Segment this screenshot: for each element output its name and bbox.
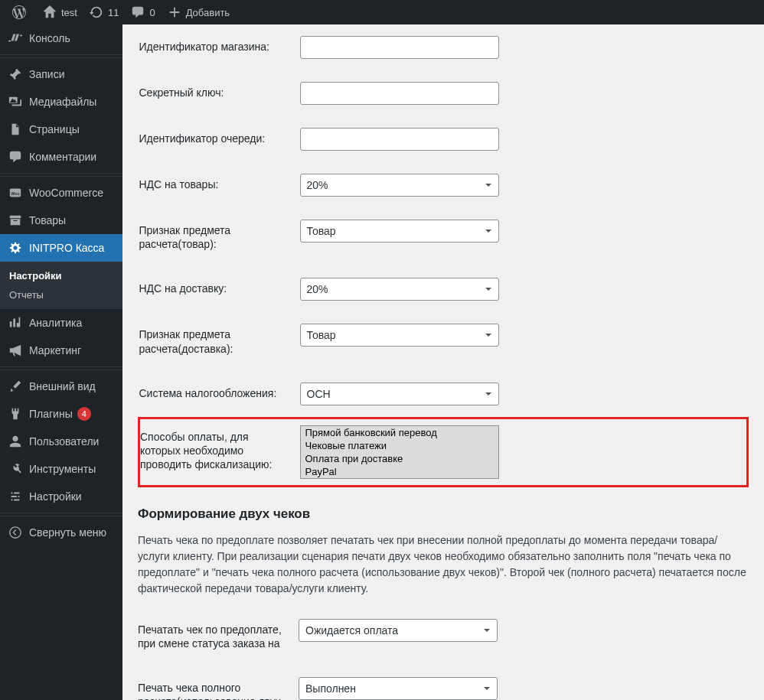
row-full-status: Печать чека полного расчета(использовани… [138,666,749,700]
sidebar-item-pages[interactable]: Страницы [0,116,122,143]
svg-text:Woo: Woo [11,191,20,196]
sidebar-item-label: Пользователи [29,435,99,448]
sliders-icon [8,489,23,504]
sidebar-item-label: Свернуть меню [29,526,106,539]
dashboard-icon [8,31,23,46]
woocommerce-icon: Woo [8,185,23,200]
sidebar-item-label: WooCommerce [29,187,103,199]
sidebar-item-label: Плагины [29,408,73,420]
adminbar-site-label: test [61,7,77,18]
full-status-select[interactable]: Выполнен [299,677,498,700]
two-checks-form-table: Печатать чек по предоплате, при смене ст… [138,607,749,700]
collapse-icon [8,525,23,540]
page-icon [8,122,23,137]
sidebar-item-collapse[interactable]: Свернуть меню [0,519,122,546]
row-queue-id: Идентификатор очереди: [139,116,748,162]
subject-delivery-select[interactable]: Товар [300,324,499,347]
sidebar-item-woocommerce[interactable]: Woo WooCommerce [0,179,122,207]
shop-id-input[interactable] [300,36,499,59]
row-vat-goods: НДС на товары: 20% [139,162,748,208]
subject-delivery-label: Признак предмета расчета(доставка): [139,312,292,370]
pin-icon [8,67,23,82]
settings-form-table: Идентификатор магазина: Секретный ключ: … [138,24,749,487]
sidebar-item-label: Страницы [29,123,80,135]
sidebar-item-analytics[interactable]: Аналитика [0,309,122,337]
sidebar-item-products[interactable]: Товары [0,207,122,234]
sidebar-item-dashboard[interactable]: Консоль [0,24,122,52]
adminbar-wp-logo[interactable] [6,0,37,24]
comment-icon [131,5,145,19]
archive-icon [8,213,23,228]
sidebar-item-settings[interactable]: Настройки [0,483,122,510]
svg-point-2 [10,527,21,538]
admin-bar: test 11 0 Добавить [0,0,764,24]
prepay-status-select[interactable]: Ожидается оплата [299,619,498,642]
vat-goods-select[interactable]: 20% [300,174,499,197]
sidebar-item-initpro-kassa[interactable]: INITPRO Касса [0,234,122,262]
subject-goods-label: Признак предмета расчета(товар): [139,208,292,266]
adminbar-comments-count: 0 [149,7,155,18]
adminbar-comments[interactable]: 0 [125,0,161,24]
vat-goods-label: НДС на товары: [139,162,292,208]
two-checks-heading: Формирование двух чеков [138,506,749,522]
queue-id-input[interactable] [300,128,499,151]
sidebar-item-label: Аналитика [29,317,82,329]
vat-delivery-label: НДС на доставку: [139,266,292,312]
sidebar-submenu-initpro: Настройки Отчеты [0,262,122,309]
payment-method-option[interactable]: Прямой банковский перевод [301,426,498,439]
gear-icon [8,240,23,256]
media-icon [8,94,23,109]
row-payment-methods: Способы оплаты, для которых необходимо п… [139,418,748,486]
two-checks-description: Печать чека по предоплате позволяет печа… [138,532,749,597]
tax-system-label: Система налогообложения: [139,371,292,418]
sidebar-item-label: INITPRO Касса [29,242,104,254]
row-prepay-status: Печатать чек по предоплате, при смене ст… [138,607,749,666]
adminbar-updates[interactable]: 11 [83,0,125,24]
main-content: Идентификатор магазина: Секретный ключ: … [122,24,764,700]
sidebar-item-posts[interactable]: Записи [0,60,122,88]
refresh-icon [90,5,103,19]
brush-icon [8,379,23,394]
sidebar-subitem-settings[interactable]: Настройки [0,266,122,285]
adminbar-site-name[interactable]: test [37,0,83,24]
sidebar-item-label: Маркетинг [29,344,81,357]
adminbar-add-new-label: Добавить [186,7,230,18]
sidebar-item-appearance[interactable]: Внешний вид [0,373,122,400]
adminbar-add-new[interactable]: Добавить [162,0,236,24]
payment-method-option[interactable]: Оплата при доставке [301,452,498,465]
row-vat-delivery: НДС на доставку: 20% [139,266,748,312]
row-secret-key: Секретный ключ: [139,70,748,116]
sidebar-item-tools[interactable]: Инструменты [0,455,122,483]
tax-system-select[interactable]: ОСН [300,383,499,405]
plus-icon [168,5,181,19]
full-status-label: Печать чека полного расчета(использовани… [138,666,291,700]
queue-id-label: Идентификатор очереди: [139,116,292,162]
sidebar-item-marketing[interactable]: Маркетинг [0,337,122,364]
row-tax-system: Система налогообложения: ОСН [139,371,748,418]
sidebar-item-label: Комментарии [29,151,96,163]
user-icon [8,434,23,449]
plugins-update-badge: 4 [77,407,91,421]
payment-methods-multiselect[interactable]: Прямой банковский перевод Чековые платеж… [300,425,499,479]
wordpress-logo-icon [12,5,26,19]
sidebar-item-plugins[interactable]: Плагины 4 [0,400,122,428]
payment-method-option[interactable]: Чековые платежи [301,439,498,452]
wrench-icon [8,461,23,477]
secret-key-input[interactable] [300,82,499,105]
subject-goods-select[interactable]: Товар [300,220,499,243]
vat-delivery-select[interactable]: 20% [300,278,499,301]
admin-sidebar: Консоль Записи Медиафайлы Страницы Комме… [0,24,122,700]
plug-icon [8,406,23,422]
sidebar-item-media[interactable]: Медиафайлы [0,88,122,116]
bar-chart-icon [8,315,23,330]
megaphone-icon [8,343,23,358]
prepay-status-label: Печатать чек по предоплате, при смене ст… [138,607,291,666]
row-shop-id: Идентификатор магазина: [139,24,748,70]
payment-methods-label: Способы оплаты, для которых необходимо п… [139,418,292,486]
sidebar-item-comments[interactable]: Комментарии [0,143,122,171]
payment-method-option[interactable]: PayPal [301,465,498,478]
sidebar-item-users[interactable]: Пользователи [0,428,122,455]
sidebar-subitem-reports[interactable]: Отчеты [0,285,122,304]
sidebar-item-label: Медиафайлы [29,96,96,108]
chat-icon [8,149,23,164]
